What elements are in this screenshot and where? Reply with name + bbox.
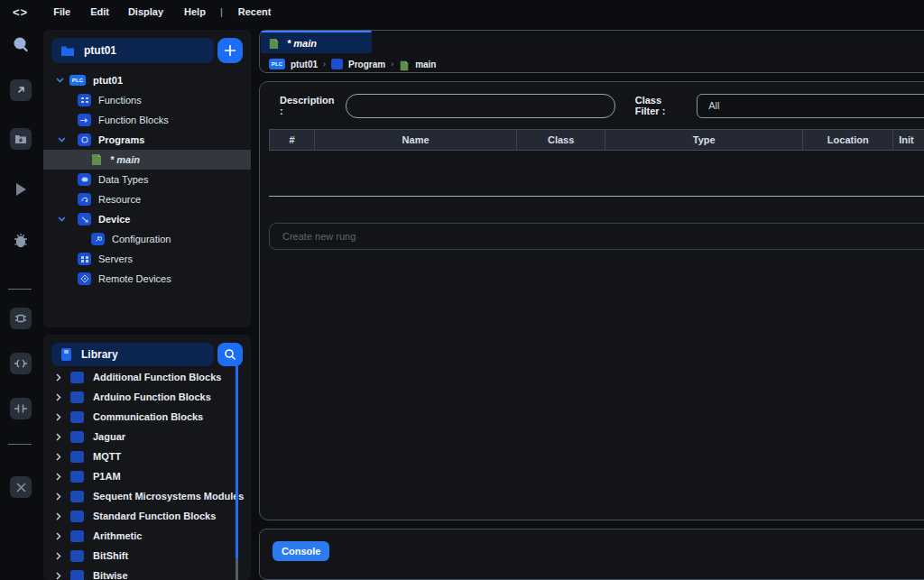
console-panel: Console — [259, 529, 924, 580]
editor-tab-bar: * main PLC ptut01 › Program › main — [259, 30, 924, 73]
program-doc-icon — [268, 37, 281, 50]
tree-item-remote-devices[interactable]: Remote Devices — [43, 269, 251, 289]
library-book-icon — [70, 411, 84, 423]
menu-recent[interactable]: Recent — [238, 6, 272, 17]
tree-item-functions[interactable]: Functions — [43, 90, 251, 110]
column-init[interactable]: Init — [893, 130, 924, 150]
menu-help[interactable]: Help — [184, 6, 206, 17]
ladder-contact-icon[interactable] — [10, 353, 32, 374]
tree-item-resource[interactable]: Resource — [43, 189, 251, 209]
search-icon[interactable] — [11, 35, 31, 55]
project-panel: ptut01 PLC ptut01 Functions Function Blo… — [43, 30, 251, 327]
play-icon[interactable] — [13, 181, 29, 198]
create-rung-input[interactable] — [269, 223, 924, 250]
breadcrumb-separator: › — [391, 60, 393, 69]
library-item-jaguar[interactable]: Jaguar — [43, 427, 251, 447]
chevron-down-icon[interactable] — [56, 78, 64, 83]
column-location[interactable]: Location — [803, 130, 893, 150]
library-item-standard-function-blocks[interactable]: Standard Function Blocks — [43, 506, 251, 526]
chevron-right-icon[interactable] — [56, 413, 61, 421]
library-item-communication-blocks[interactable]: Communication Blocks — [43, 407, 251, 427]
library-header[interactable]: Library — [51, 343, 214, 366]
tree-item-programs[interactable]: Programs — [43, 130, 251, 150]
tree-item-main[interactable]: * main — [43, 150, 251, 170]
library-item-arithmetic[interactable]: Arithmetic — [43, 526, 251, 546]
console-button[interactable]: Console — [273, 541, 329, 561]
program-folder-icon — [331, 59, 343, 69]
data-types-icon — [78, 173, 91, 186]
plc-badge-icon: PLC — [69, 75, 86, 86]
device-icon — [78, 213, 91, 226]
column-number[interactable]: # — [270, 130, 315, 150]
library-item-additional-function-blocks[interactable]: Additional Function Blocks — [43, 367, 251, 387]
tree-item-configuration[interactable]: Configuration — [43, 229, 251, 249]
class-filter-value: All — [708, 100, 719, 111]
library-item-mqtt[interactable]: MQTT — [43, 447, 251, 466]
debug-bug-icon[interactable] — [12, 232, 30, 250]
resource-icon — [78, 193, 91, 206]
breadcrumb-program[interactable]: Program — [348, 60, 385, 69]
tree-item-function-blocks[interactable]: Function Blocks — [43, 110, 251, 130]
library-book-icon — [70, 570, 84, 580]
chevron-right-icon[interactable] — [56, 512, 61, 520]
project-header[interactable]: ptut01 — [51, 38, 214, 63]
menu-bar: <> File Edit Display Help | Recent — [0, 0, 924, 23]
tree-item-servers[interactable]: Servers — [43, 249, 251, 269]
import-folder-icon[interactable] — [10, 128, 32, 150]
tab-main[interactable]: * main — [261, 31, 372, 53]
rail-divider — [8, 444, 32, 445]
chevron-right-icon[interactable] — [56, 473, 61, 481]
chevron-right-icon[interactable] — [56, 453, 61, 461]
pou-editor-panel: Description : Class Filter : All # Name … — [259, 81, 924, 520]
chevron-right-icon[interactable] — [56, 433, 61, 441]
folder-icon — [60, 45, 75, 57]
chevron-right-icon[interactable] — [56, 393, 61, 401]
library-book-icon — [70, 372, 84, 383]
description-input[interactable] — [346, 94, 615, 118]
library-item-arduino-function-blocks[interactable]: Arduino Function Blocks — [43, 387, 251, 407]
wrench-icon — [91, 233, 105, 245]
menu-display[interactable]: Display — [128, 6, 163, 17]
tree-item-project-root[interactable]: PLC ptut01 — [43, 70, 251, 90]
library-item-sequent-microsystems-modules[interactable]: Sequent Microsystems Modules — [43, 486, 251, 506]
library-panel: Library Additional Function Blocks Ardui… — [43, 335, 251, 580]
breadcrumb-separator: › — [323, 60, 326, 69]
breadcrumb-project[interactable]: ptut01 — [291, 60, 318, 69]
chevron-down-icon[interactable] — [58, 137, 66, 143]
variable-filter-row: Description : Class Filter : All — [260, 93, 924, 118]
chevron-right-icon[interactable] — [56, 373, 61, 382]
column-class[interactable]: Class — [517, 130, 605, 150]
menu-file[interactable]: File — [53, 6, 70, 17]
column-name[interactable]: Name — [315, 130, 517, 150]
chevron-down-icon[interactable] — [58, 216, 66, 222]
breadcrumb: PLC ptut01 › Program › main — [269, 56, 436, 72]
tree-item-data-types[interactable]: Data Types — [43, 170, 251, 189]
chevron-right-icon[interactable] — [56, 552, 61, 560]
rung-area-divider — [269, 196, 924, 197]
program-doc-icon — [90, 153, 103, 166]
library-item-p1am[interactable]: P1AM — [43, 466, 251, 486]
library-title: Library — [81, 348, 118, 361]
library-book-icon — [70, 391, 84, 403]
tab-label: * main — [287, 38, 317, 49]
expand-arrow-icon[interactable] — [10, 79, 32, 101]
menu-edit[interactable]: Edit — [90, 6, 109, 17]
add-pou-button[interactable] — [217, 38, 243, 63]
breadcrumb-main[interactable]: main — [415, 60, 436, 69]
chip-icon[interactable] — [10, 308, 32, 329]
library-item-bitwise[interactable]: Bitwise — [43, 566, 251, 580]
rail-divider — [8, 289, 32, 290]
library-search-button[interactable] — [217, 343, 243, 366]
ladder-coil-icon[interactable] — [10, 398, 32, 419]
chevron-right-icon[interactable] — [56, 572, 61, 580]
chevron-right-icon[interactable] — [56, 532, 61, 540]
column-type[interactable]: Type — [605, 130, 803, 150]
tree-item-device[interactable]: Device — [43, 209, 251, 229]
library-scrollbar[interactable] — [236, 365, 238, 559]
library-scrollbar-track — [236, 559, 238, 580]
library-item-bitshift[interactable]: BitShift — [43, 546, 251, 566]
chevron-right-icon[interactable] — [56, 493, 61, 501]
class-filter-select[interactable]: All — [697, 94, 924, 118]
close-icon[interactable] — [10, 476, 32, 498]
menu-separator: | — [220, 6, 223, 17]
